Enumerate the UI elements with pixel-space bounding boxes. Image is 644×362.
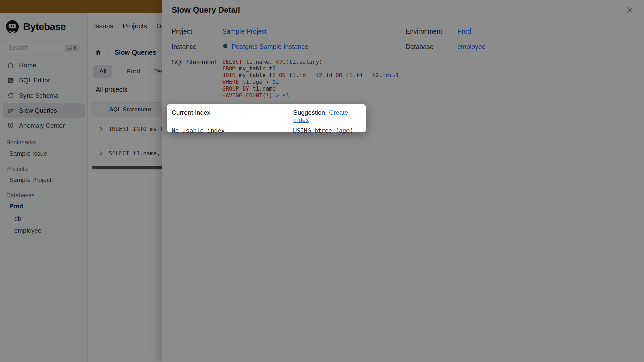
current-index-value: No usable index xyxy=(172,127,293,134)
dim-overlay xyxy=(0,0,644,362)
app-screen: Bytebase ⌘ K Home SQL Editor Sync Schema… xyxy=(0,0,644,362)
suggestion-label: Suggestion xyxy=(293,109,325,116)
index-suggestion-popover: Current Index SuggestionCreate Index No … xyxy=(167,104,366,132)
current-index-label: Current Index xyxy=(172,109,293,116)
suggestion-value: USING btree (age) xyxy=(293,127,353,134)
